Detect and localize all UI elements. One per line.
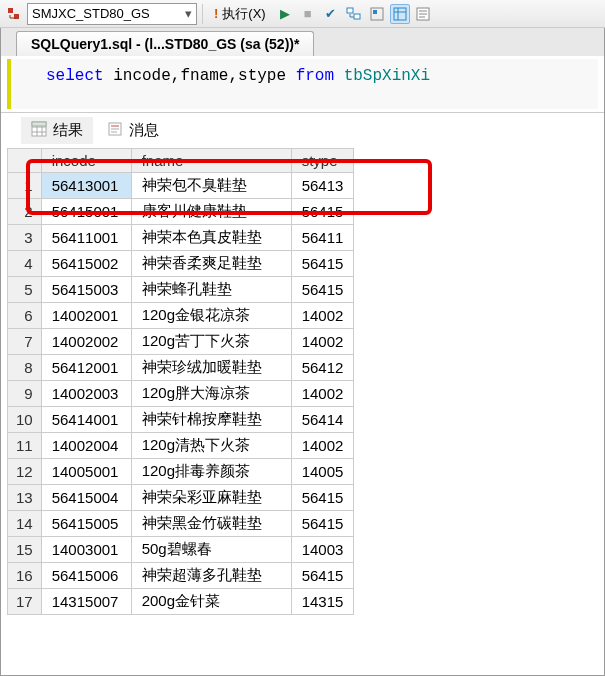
execute-button[interactable]: ! 执行(X) xyxy=(208,3,272,25)
svg-rect-6 xyxy=(394,8,406,20)
table-row[interactable]: 914002003120g胖大海凉茶14002 xyxy=(8,381,354,407)
cell-incode[interactable]: 14002004 xyxy=(41,433,131,459)
cell-fname[interactable]: 神荣珍绒加暖鞋垫 xyxy=(131,355,291,381)
cell-fname[interactable]: 神荣蜂孔鞋垫 xyxy=(131,277,291,303)
table-row[interactable]: 1114002004120g清热下火茶14002 xyxy=(8,433,354,459)
cell-incode[interactable]: 14005001 xyxy=(41,459,131,485)
cell-fname[interactable]: 120g苦丁下火茶 xyxy=(131,329,291,355)
cell-stype[interactable]: 14003 xyxy=(291,537,354,563)
cell-fname[interactable]: 神荣超薄多孔鞋垫 xyxy=(131,563,291,589)
results-to-grid-icon[interactable] xyxy=(344,4,364,24)
table-row[interactable]: 1714315007200g金针菜14315 xyxy=(8,589,354,615)
cell-stype[interactable]: 56414 xyxy=(291,407,354,433)
cell-incode[interactable]: 14002001 xyxy=(41,303,131,329)
col-header-incode[interactable]: incode xyxy=(41,149,131,173)
cell-stype[interactable]: 56415 xyxy=(291,485,354,511)
cell-fname[interactable]: 神荣朵彩亚麻鞋垫 xyxy=(131,485,291,511)
table-row[interactable]: 1456415005神荣黑金竹碳鞋垫56415 xyxy=(8,511,354,537)
cell-fname[interactable]: 120g胖大海凉茶 xyxy=(131,381,291,407)
cell-fname[interactable]: 康客川健康鞋垫 xyxy=(131,199,291,225)
table-row[interactable]: 256415001康客川健康鞋垫56415 xyxy=(8,199,354,225)
table-row[interactable]: 714002002120g苦丁下火茶14002 xyxy=(8,329,354,355)
table-row[interactable]: 556415003神荣蜂孔鞋垫56415 xyxy=(8,277,354,303)
cell-stype[interactable]: 14002 xyxy=(291,433,354,459)
change-connection-icon[interactable] xyxy=(4,4,24,24)
svg-rect-0 xyxy=(8,8,13,13)
stop-icon[interactable]: ■ xyxy=(298,4,318,24)
cell-stype[interactable]: 14315 xyxy=(291,589,354,615)
grid-corner xyxy=(8,149,42,173)
table-row[interactable]: 1214005001120g排毒养颜茶14005 xyxy=(8,459,354,485)
table-row[interactable]: 356411001神荣本色真皮鞋垫56411 xyxy=(8,225,354,251)
cell-stype[interactable]: 56411 xyxy=(291,225,354,251)
sql-editor[interactable]: select incode,fname,stype from tbSpXinXi xyxy=(7,59,598,109)
file-tab-sqlquery1[interactable]: SQLQuery1.sql - (l...STD80_GS (sa (52))* xyxy=(16,31,314,56)
cell-stype[interactable]: 14002 xyxy=(291,329,354,355)
display-estimated-plan-icon[interactable] xyxy=(367,4,387,24)
table-row[interactable]: 1356415004神荣朵彩亚麻鞋垫56415 xyxy=(8,485,354,511)
table-row[interactable]: 1656415006神荣超薄多孔鞋垫56415 xyxy=(8,563,354,589)
col-header-fname[interactable]: fname xyxy=(131,149,291,173)
sql-table: tbSpXinXi xyxy=(334,67,430,85)
cell-stype[interactable]: 56412 xyxy=(291,355,354,381)
cell-stype[interactable]: 14005 xyxy=(291,459,354,485)
row-number: 1 xyxy=(8,173,42,199)
table-row[interactable]: 456415002神荣香柔爽足鞋垫56415 xyxy=(8,251,354,277)
cell-fname[interactable]: 神荣包不臭鞋垫 xyxy=(131,173,291,199)
cell-incode[interactable]: 14002002 xyxy=(41,329,131,355)
cell-incode[interactable]: 56415006 xyxy=(41,563,131,589)
cell-fname[interactable]: 120g清热下火茶 xyxy=(131,433,291,459)
database-dropdown[interactable]: SMJXC_STD80_GS ▾ xyxy=(27,3,197,25)
sql-columns: incode,fname,stype xyxy=(104,67,296,85)
table-row[interactable]: 151400300150g碧螺春14003 xyxy=(8,537,354,563)
table-row[interactable]: 614002001120g金银花凉茶14002 xyxy=(8,303,354,329)
col-header-stype[interactable]: stype xyxy=(291,149,354,173)
cell-fname[interactable]: 神荣针棉按摩鞋垫 xyxy=(131,407,291,433)
cell-stype[interactable]: 14002 xyxy=(291,303,354,329)
cell-stype[interactable]: 56413 xyxy=(291,173,354,199)
tab-results[interactable]: 结果 xyxy=(21,117,93,144)
toolbar: SMJXC_STD80_GS ▾ ! 执行(X) ▶ ■ ✔ xyxy=(0,0,605,28)
results-to-text-icon[interactable] xyxy=(413,4,433,24)
cell-incode[interactable]: 14003001 xyxy=(41,537,131,563)
cell-fname[interactable]: 120g排毒养颜茶 xyxy=(131,459,291,485)
debug-play-icon[interactable]: ▶ xyxy=(275,4,295,24)
separator xyxy=(202,4,203,24)
tab-messages[interactable]: 消息 xyxy=(97,117,169,144)
cell-incode[interactable]: 56411001 xyxy=(41,225,131,251)
cell-stype[interactable]: 56415 xyxy=(291,563,354,589)
cell-incode[interactable]: 56413001 xyxy=(41,173,131,199)
cell-stype[interactable]: 56415 xyxy=(291,511,354,537)
result-grid-wrap[interactable]: incode fname stype 156413001神荣包不臭鞋垫56413… xyxy=(7,148,598,669)
cell-incode[interactable]: 56415001 xyxy=(41,199,131,225)
row-number: 4 xyxy=(8,251,42,277)
cell-fname[interactable]: 120g金银花凉茶 xyxy=(131,303,291,329)
cell-incode[interactable]: 56412001 xyxy=(41,355,131,381)
cell-fname[interactable]: 200g金针菜 xyxy=(131,589,291,615)
include-actual-plan-icon[interactable] xyxy=(390,4,410,24)
cell-stype[interactable]: 56415 xyxy=(291,199,354,225)
exclamation-icon: ! xyxy=(214,6,218,21)
cell-fname[interactable]: 神荣黑金竹碳鞋垫 xyxy=(131,511,291,537)
cell-fname[interactable]: 神荣香柔爽足鞋垫 xyxy=(131,251,291,277)
parse-check-icon[interactable]: ✔ xyxy=(321,4,341,24)
cell-incode[interactable]: 56414001 xyxy=(41,407,131,433)
database-name: SMJXC_STD80_GS xyxy=(32,6,150,21)
cell-stype[interactable]: 56415 xyxy=(291,251,354,277)
cell-incode[interactable]: 56415003 xyxy=(41,277,131,303)
table-row[interactable]: 156413001神荣包不臭鞋垫56413 xyxy=(8,173,354,199)
row-number: 15 xyxy=(8,537,42,563)
cell-fname[interactable]: 50g碧螺春 xyxy=(131,537,291,563)
table-row[interactable]: 856412001神荣珍绒加暖鞋垫56412 xyxy=(8,355,354,381)
cell-stype[interactable]: 56415 xyxy=(291,277,354,303)
table-row[interactable]: 1056414001神荣针棉按摩鞋垫56414 xyxy=(8,407,354,433)
cell-fname[interactable]: 神荣本色真皮鞋垫 xyxy=(131,225,291,251)
cell-stype[interactable]: 14002 xyxy=(291,381,354,407)
cell-incode[interactable]: 14002003 xyxy=(41,381,131,407)
row-number: 6 xyxy=(8,303,42,329)
cell-incode[interactable]: 14315007 xyxy=(41,589,131,615)
sql-keyword-select: select xyxy=(46,67,104,85)
cell-incode[interactable]: 56415005 xyxy=(41,511,131,537)
cell-incode[interactable]: 56415002 xyxy=(41,251,131,277)
cell-incode[interactable]: 56415004 xyxy=(41,485,131,511)
